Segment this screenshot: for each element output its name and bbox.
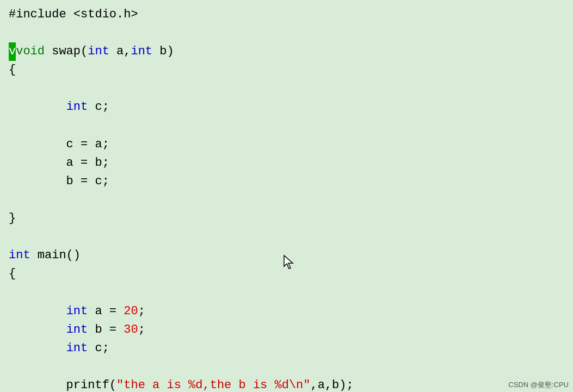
code-line: c = a;	[9, 135, 564, 154]
watermark: CSDN @俊壑:CPU	[508, 380, 569, 390]
code-line: int a = 20;	[9, 302, 564, 321]
code-line: a = b;	[9, 154, 564, 172]
code-line: int main()	[9, 246, 564, 265]
code-line: vvoid swap(int a,int b)	[9, 42, 564, 61]
code-line: int c;	[9, 98, 564, 116]
code-line	[9, 24, 564, 42]
code-line	[9, 358, 564, 376]
code-line: {	[9, 265, 564, 283]
code-line: int b = 30;	[9, 321, 564, 339]
code-line: #include <stdio.h>	[9, 5, 564, 24]
code-line	[9, 228, 564, 246]
cursor-highlight: v	[9, 42, 16, 61]
code-line	[9, 117, 564, 135]
code-line	[9, 283, 564, 302]
code-line	[9, 79, 564, 98]
code-line: printf("the a is %d,the b is %d\n",a,b);	[9, 376, 564, 392]
code-editor: #include <stdio.h> vvoid swap(int a,int …	[0, 0, 573, 392]
code-line: {	[9, 61, 564, 79]
code-line	[9, 191, 564, 209]
code-line: }	[9, 209, 564, 228]
code-line: int c;	[9, 339, 564, 358]
code-line: b = c;	[9, 172, 564, 191]
